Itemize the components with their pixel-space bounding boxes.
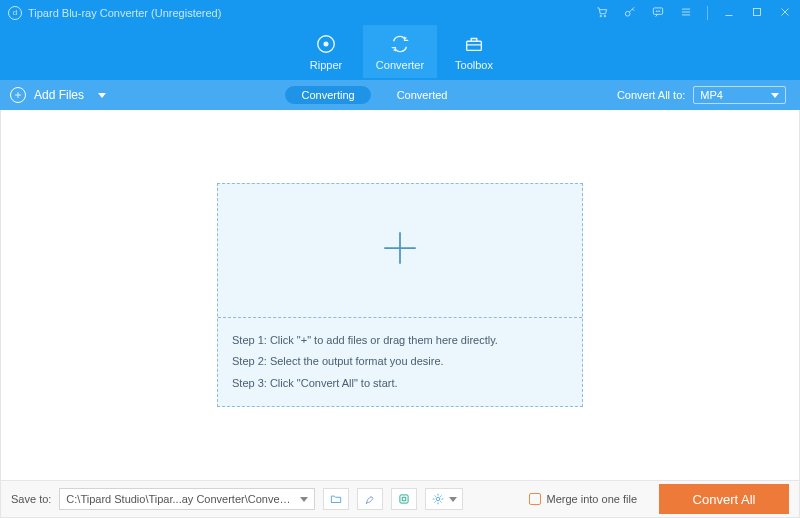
nav-ripper[interactable]: Ripper: [289, 25, 363, 78]
main-nav: Ripper Converter Toolbox: [0, 25, 800, 80]
svg-point-5: [658, 10, 659, 11]
format-select[interactable]: MP4: [693, 86, 786, 104]
tab-converting[interactable]: Converting: [285, 86, 370, 104]
save-to-label: Save to:: [11, 493, 51, 505]
separator: [707, 6, 708, 20]
step-text: Step 3: Click "Convert All" to start.: [232, 373, 568, 394]
chevron-down-icon: [449, 497, 457, 502]
open-folder-button[interactable]: [323, 488, 349, 510]
svg-rect-11: [400, 495, 408, 503]
svg-point-1: [604, 15, 606, 17]
workspace: Step 1: Click "+" to add files or drag t…: [0, 110, 800, 480]
compress-tool-button[interactable]: [391, 488, 417, 510]
menu-icon[interactable]: [679, 5, 693, 21]
svg-rect-10: [467, 41, 482, 50]
toolbox-icon: [463, 33, 485, 55]
chevron-down-icon: [771, 93, 779, 98]
app-logo: d: [8, 6, 22, 20]
merge-label: Merge into one file: [547, 493, 638, 505]
svg-point-2: [625, 11, 630, 16]
step-text: Step 2: Select the output format you des…: [232, 351, 568, 372]
merge-checkbox[interactable]: Merge into one file: [529, 493, 638, 505]
convert-all-to: Convert All to: MP4: [617, 86, 800, 104]
step-text: Step 1: Click "+" to add files or drag t…: [232, 330, 568, 351]
chevron-down-icon: [300, 497, 308, 502]
tab-converted[interactable]: Converted: [397, 89, 448, 101]
converter-icon: [389, 33, 411, 55]
nav-converter[interactable]: Converter: [363, 25, 437, 78]
sub-bar: Add Files Converting Converted Convert A…: [0, 80, 800, 110]
convert-all-label: Convert All: [693, 492, 756, 507]
nav-toolbox[interactable]: Toolbox: [437, 25, 511, 78]
chevron-down-icon: [98, 93, 106, 98]
ripper-icon: [315, 33, 337, 55]
save-path-value: C:\Tipard Studio\Tipar...ay Converter\Co…: [66, 493, 292, 505]
svg-point-12: [437, 497, 441, 501]
close-icon[interactable]: [778, 5, 792, 21]
instructions: Step 1: Click "+" to add files or drag t…: [218, 318, 582, 406]
svg-point-6: [659, 10, 660, 11]
minimize-icon[interactable]: [722, 5, 736, 21]
nav-label: Converter: [376, 59, 424, 71]
footer-bar: Save to: C:\Tipard Studio\Tipar...ay Con…: [0, 480, 800, 518]
nav-label: Toolbox: [455, 59, 493, 71]
svg-point-4: [656, 10, 657, 11]
format-value: MP4: [700, 89, 723, 101]
checkbox-icon: [529, 493, 541, 505]
save-path-select[interactable]: C:\Tipard Studio\Tipar...ay Converter\Co…: [59, 488, 315, 510]
conversion-tabs: Converting Converted: [285, 86, 447, 104]
drop-zone-add[interactable]: [218, 184, 582, 318]
maximize-icon[interactable]: [750, 5, 764, 21]
plus-icon: [379, 227, 421, 273]
feedback-icon[interactable]: [651, 5, 665, 21]
convert-all-button[interactable]: Convert All: [659, 484, 789, 514]
add-files-label: Add Files: [34, 88, 84, 102]
svg-point-9: [324, 42, 328, 46]
add-files-button[interactable]: Add Files: [0, 87, 116, 103]
svg-point-0: [600, 15, 602, 17]
key-icon[interactable]: [623, 5, 637, 21]
title-bar: d Tipard Blu-ray Converter (Unregistered…: [0, 0, 800, 25]
cart-icon[interactable]: [595, 5, 609, 21]
svg-rect-7: [754, 8, 761, 15]
convert-all-to-label: Convert All to:: [617, 89, 685, 101]
edit-tool-button[interactable]: [357, 488, 383, 510]
plus-circle-icon: [10, 87, 26, 103]
settings-tool-button[interactable]: [425, 488, 463, 510]
drop-zone: Step 1: Click "+" to add files or drag t…: [217, 183, 583, 407]
app-title: Tipard Blu-ray Converter (Unregistered): [28, 7, 595, 19]
nav-label: Ripper: [310, 59, 342, 71]
